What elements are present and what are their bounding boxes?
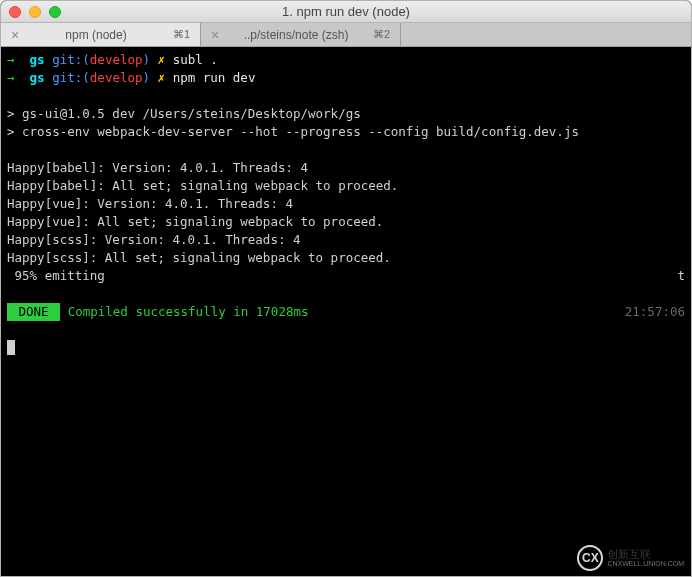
output-line: Happy[babel]: All set; signaling webpack… [7, 178, 398, 193]
done-badge: DONE [7, 303, 60, 321]
tab-bar: × npm (node) ⌘1 × ..p/steins/note (zsh) … [1, 23, 691, 47]
tab-shortcut: ⌘2 [373, 28, 390, 41]
watermark: CX 创新互联 CNXWELL.UNION.COM [577, 545, 684, 571]
close-icon[interactable] [9, 6, 21, 18]
window-title: 1. npm run dev (node) [1, 4, 691, 19]
tab-npm[interactable]: × npm (node) ⌘1 [1, 23, 201, 46]
progress-text: 95% emitting [7, 268, 105, 283]
output-line: > gs-ui@1.0.5 dev /Users/steins/Desktop/… [7, 106, 361, 121]
prompt-host: gs [30, 52, 45, 67]
prompt-host: gs [30, 70, 45, 85]
tab-label: npm (node) [27, 28, 165, 42]
maximize-icon[interactable] [49, 6, 61, 18]
watermark-badge: CX [577, 545, 603, 571]
output-line: Happy[babel]: Version: 4.0.1. Threads: 4 [7, 160, 308, 175]
prompt-branch: develop [90, 70, 143, 85]
prompt-git: git: [52, 52, 82, 67]
terminal-body[interactable]: → gs git:(develop) ✗ subl . → gs git:(de… [1, 47, 691, 576]
prompt-dirty-icon: ✗ [158, 52, 166, 67]
prompt-dirty-icon: ✗ [158, 70, 166, 85]
tab-shortcut: ⌘1 [173, 28, 190, 41]
prompt-branch: develop [90, 52, 143, 67]
command-text: subl . [173, 52, 218, 67]
output-line: Happy[scss]: Version: 4.0.1. Threads: 4 [7, 232, 301, 247]
output-line: Happy[vue]: All set; signaling webpack t… [7, 214, 383, 229]
close-icon[interactable]: × [211, 28, 219, 42]
prompt-arrow-icon: → [7, 70, 15, 85]
command-text: npm run dev [173, 70, 256, 85]
prompt-arrow-icon: → [7, 52, 15, 67]
close-icon[interactable]: × [11, 28, 19, 42]
tab-note[interactable]: × ..p/steins/note (zsh) ⌘2 [201, 23, 401, 46]
output-line: Happy[vue]: Version: 4.0.1. Threads: 4 [7, 196, 293, 211]
cursor-icon [7, 340, 15, 355]
titlebar: 1. npm run dev (node) [1, 1, 691, 23]
minimize-icon[interactable] [29, 6, 41, 18]
window-controls [9, 6, 61, 18]
terminal-window: 1. npm run dev (node) × npm (node) ⌘1 × … [0, 0, 692, 577]
output-line: > cross-env webpack-dev-server --hot --p… [7, 124, 579, 139]
progress-right: t [677, 267, 685, 285]
prompt-git: git: [52, 70, 82, 85]
timestamp: 21:57:06 [625, 303, 685, 321]
done-message: Compiled successfully in 17028ms [60, 304, 308, 319]
output-line: Happy[scss]: All set; signaling webpack … [7, 250, 391, 265]
watermark-text: 创新互联 [607, 549, 684, 560]
watermark-text-block: 创新互联 CNXWELL.UNION.COM [607, 549, 684, 567]
watermark-sub: CNXWELL.UNION.COM [607, 560, 684, 567]
tab-label: ..p/steins/note (zsh) [227, 28, 365, 42]
